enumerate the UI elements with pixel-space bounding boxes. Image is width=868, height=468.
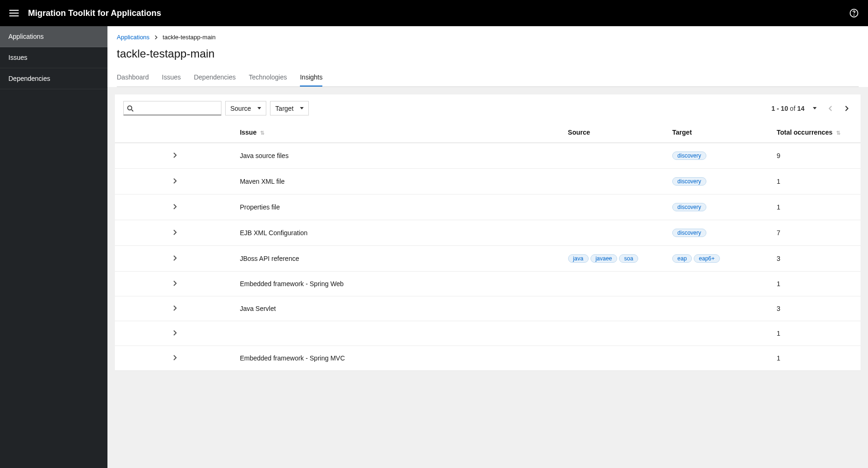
table-row: Properties filediscovery1 [115, 194, 861, 220]
toolbar: SourceTarget 1 - 10 of 14 [115, 94, 861, 122]
main-content: Applications tackle-testapp-main tackle-… [107, 26, 868, 468]
cell-total: 3 [771, 246, 861, 272]
app-title: Migration Toolkit for Applications [28, 8, 161, 18]
cell-target: discovery [667, 169, 771, 194]
cell-source [562, 169, 667, 194]
tab[interactable]: Insights [300, 69, 322, 86]
prev-page-button[interactable] [825, 103, 836, 114]
tag-badge: java [568, 254, 589, 263]
table-row: Java Servlet3 [115, 296, 861, 321]
cell-total: 1 [771, 321, 861, 346]
expand-row-button[interactable] [173, 255, 177, 261]
search-input[interactable] [123, 101, 221, 115]
cell-issue: Embedded framework - Spring MVC [234, 346, 562, 371]
cell-target: discovery [667, 194, 771, 220]
cell-issue: Java Servlet [234, 296, 562, 321]
sidebar-item[interactable]: Dependencies [0, 68, 107, 89]
cell-total: 9 [771, 143, 861, 169]
help-icon [849, 8, 859, 18]
menu-toggle-button[interactable] [9, 10, 19, 16]
tabs: DashboardIssuesDependenciesTechnologiesI… [117, 69, 859, 87]
cell-issue: Embedded framework - Spring Web [234, 272, 562, 296]
tag-badge: soa [619, 254, 638, 263]
cell-target: discovery [667, 220, 771, 246]
table-row: JBoss API referencejavajavaeesoaeapeap6+… [115, 246, 861, 272]
cell-total: 1 [771, 346, 861, 371]
table-row: Maven XML filediscovery1 [115, 169, 861, 194]
sidebar-item[interactable]: Issues [0, 47, 107, 68]
expand-row-button[interactable] [173, 330, 177, 336]
cell-source [562, 272, 667, 296]
expand-row-button[interactable] [173, 281, 177, 286]
sort-icon: ⇅ [836, 130, 840, 136]
expand-row-button[interactable] [173, 305, 177, 311]
table-row: EJB XML Configurationdiscovery7 [115, 220, 861, 246]
tag-badge: discovery [672, 177, 706, 186]
tab-content: SourceTarget 1 - 10 of 14 [107, 87, 868, 468]
sort-icon: ⇅ [260, 130, 264, 136]
svg-point-1 [854, 15, 854, 15]
sidebar: ApplicationsIssuesDependencies [0, 26, 107, 468]
per-page-dropdown[interactable] [809, 103, 820, 114]
filter-dropdown[interactable]: Target [270, 101, 309, 115]
cell-source [562, 220, 667, 246]
chevron-left-icon [829, 106, 832, 111]
tag-badge: eap6+ [694, 254, 720, 263]
breadcrumb-root-link[interactable]: Applications [117, 34, 149, 41]
breadcrumb-current: tackle-testapp-main [163, 34, 215, 41]
table-row: Embedded framework - Spring Web1 [115, 272, 861, 296]
cell-total: 7 [771, 220, 861, 246]
expand-row-button[interactable] [173, 230, 177, 235]
column-header-total[interactable]: Total occurrences⇅ [771, 122, 861, 143]
column-header-target: Target [667, 122, 771, 143]
cell-issue: EJB XML Configuration [234, 220, 562, 246]
filter-dropdown[interactable]: Source [225, 101, 266, 115]
cell-total: 1 [771, 272, 861, 296]
tag-badge: discovery [672, 203, 706, 211]
app-header: Migration Toolkit for Applications [0, 0, 868, 26]
cell-total: 1 [771, 169, 861, 194]
tab[interactable]: Issues [162, 69, 181, 86]
cell-issue: Maven XML file [234, 169, 562, 194]
next-page-button[interactable] [841, 103, 852, 114]
page-header: Applications tackle-testapp-main tackle-… [107, 26, 868, 87]
search-box [123, 101, 221, 115]
pagination-info: 1 - 10 of 14 [771, 105, 804, 112]
cell-source [562, 143, 667, 169]
toolbar-right: 1 - 10 of 14 [771, 103, 852, 114]
cell-total: 1 [771, 194, 861, 220]
search-icon [127, 105, 134, 112]
expand-row-button[interactable] [173, 178, 177, 184]
toolbar-left: SourceTarget [123, 101, 309, 115]
caret-down-icon [813, 107, 817, 109]
cell-source [562, 296, 667, 321]
cell-target [667, 321, 771, 346]
caret-down-icon [257, 107, 261, 109]
expand-row-button[interactable] [173, 204, 177, 209]
expand-row-button[interactable] [173, 152, 177, 158]
cell-source [562, 346, 667, 371]
cell-issue: Properties file [234, 194, 562, 220]
cell-target [667, 272, 771, 296]
cell-target [667, 346, 771, 371]
tab[interactable]: Dashboard [117, 69, 149, 86]
help-button[interactable] [849, 8, 859, 18]
column-header-issue[interactable]: Issue⇅ [234, 122, 562, 143]
tag-badge: eap [672, 254, 692, 263]
table-row: Java source filesdiscovery9 [115, 143, 861, 169]
tag-badge: discovery [672, 151, 706, 160]
cell-target: discovery [667, 143, 771, 169]
cell-target: eapeap6+ [667, 246, 771, 272]
svg-point-2 [128, 106, 132, 110]
tab[interactable]: Technologies [249, 69, 287, 86]
chevron-right-icon [845, 106, 848, 111]
sidebar-item[interactable]: Applications [0, 26, 107, 47]
header-left: Migration Toolkit for Applications [9, 8, 161, 18]
breadcrumb: Applications tackle-testapp-main [117, 34, 859, 41]
table-row: 1 [115, 321, 861, 346]
expand-row-button[interactable] [173, 355, 177, 360]
tab[interactable]: Dependencies [194, 69, 236, 86]
cell-issue: JBoss API reference [234, 246, 562, 272]
cell-total: 3 [771, 296, 861, 321]
page-title: tackle-testapp-main [117, 47, 859, 60]
